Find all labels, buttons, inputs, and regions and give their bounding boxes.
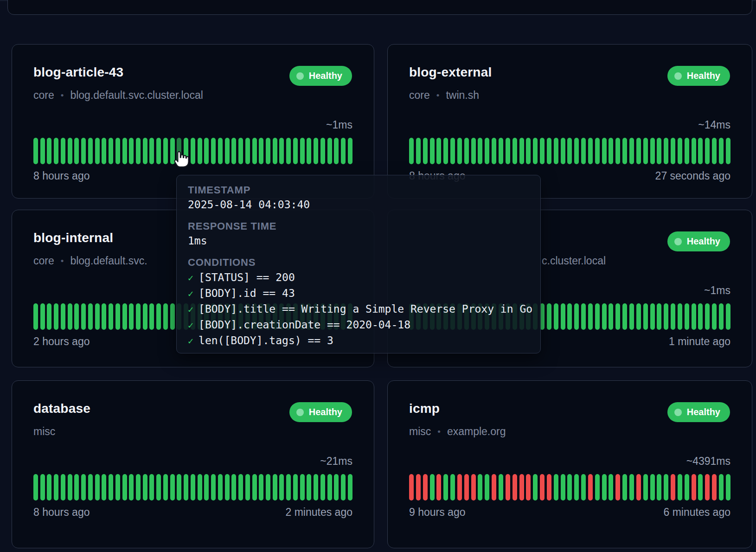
history-bar[interactable] [156,474,161,501]
history-bar[interactable] [300,474,305,501]
history-bar[interactable] [636,303,641,330]
history-bar[interactable] [436,138,441,164]
history-bar[interactable] [567,474,572,501]
history-bar[interactable] [191,474,195,501]
history-bar[interactable] [95,474,100,501]
history-bar[interactable] [629,303,634,330]
history-bar[interactable] [231,474,236,501]
history-bar[interactable] [692,474,696,501]
history-bar[interactable] [615,474,620,501]
history-bar[interactable] [650,138,655,164]
history-bar[interactable] [293,138,298,164]
history-bar[interactable] [719,303,724,330]
history-bar[interactable] [204,138,209,164]
history-bar[interactable] [252,474,257,501]
endpoint-card-icmp[interactable]: icmp misc • example.org Healthy ~4391ms … [387,380,752,548]
history-bar[interactable] [705,474,710,501]
history-bar[interactable] [327,138,332,164]
history-bar[interactable] [136,138,141,164]
history-bar[interactable] [409,474,414,501]
history-bar[interactable] [650,303,655,330]
history-bar[interactable] [95,138,100,164]
history-bar[interactable] [238,474,243,501]
history-bar[interactable] [348,474,352,501]
history-bar[interactable] [705,138,710,164]
history-bar[interactable] [54,474,58,501]
history-bar[interactable] [609,303,613,330]
history-bar[interactable] [218,138,223,164]
history-bar[interactable] [692,138,696,164]
history-bar[interactable] [588,474,593,501]
history-bar[interactable] [726,138,730,164]
history-bar[interactable] [726,474,730,501]
history-bar[interactable] [602,303,607,330]
history-bar[interactable] [143,303,147,330]
history-bar[interactable] [464,138,469,164]
history-bar[interactable] [314,474,318,501]
history-bar[interactable] [506,138,510,164]
history-bar[interactable] [443,474,448,501]
history-bar[interactable] [122,138,127,164]
history-bar[interactable] [499,474,503,501]
history-bar[interactable] [615,138,620,164]
history-bar[interactable] [102,474,106,501]
history-bar[interactable] [252,138,257,164]
history-bar[interactable] [457,138,462,164]
history-bar[interactable] [622,474,627,501]
history-bar[interactable] [450,474,455,501]
history-bar[interactable] [685,474,689,501]
history-bar[interactable] [273,138,277,164]
history-bar[interactable] [163,303,168,330]
history-bar[interactable] [170,303,175,330]
history-bar[interactable] [678,303,682,330]
history-bar[interactable] [122,474,127,501]
history-bar[interactable] [485,474,489,501]
history-bar[interactable] [636,138,641,164]
history-bar[interactable] [266,474,270,501]
history-bar[interactable] [33,474,38,501]
history-bar[interactable] [47,474,51,501]
history-bar[interactable] [657,303,661,330]
history-bar[interactable] [81,138,86,164]
history-bar[interactable] [450,138,455,164]
history-bar[interactable] [574,303,579,330]
history-bar[interactable] [47,138,51,164]
history-bar[interactable] [61,474,65,501]
history-bar[interactable] [471,138,476,164]
history-bar[interactable] [40,474,45,501]
history-bar[interactable] [88,138,93,164]
history-bar[interactable] [163,138,168,164]
history-bar[interactable] [678,138,682,164]
history-bar[interactable] [423,474,428,501]
history-bar[interactable] [554,303,558,330]
history-bar[interactable] [266,138,270,164]
history-bar[interactable] [513,138,517,164]
history-bar[interactable] [81,474,86,501]
history-bar[interactable] [685,138,689,164]
history-bar[interactable] [561,303,565,330]
history-bar[interactable] [136,474,141,501]
history-bar[interactable] [436,474,441,501]
history-bar[interactable] [68,303,72,330]
history-bar[interactable] [595,474,600,501]
history-bar[interactable] [712,474,717,501]
history-bar[interactable] [664,303,668,330]
history-bar[interactable] [88,474,93,501]
history-bar[interactable] [231,138,236,164]
history-bar[interactable] [471,474,476,501]
history-bar[interactable] [54,303,58,330]
endpoint-card-database[interactable]: database misc Healthy ~21ms 8 hours ago … [12,380,374,548]
history-bar[interactable] [115,474,120,501]
history-bar[interactable] [61,303,65,330]
history-bar[interactable] [726,303,730,330]
history-bar[interactable] [102,303,106,330]
history-bar[interactable] [245,474,250,501]
history-bar[interactable] [136,303,141,330]
history-bar[interactable] [581,474,586,501]
history-bar[interactable] [464,474,469,501]
history-bar[interactable] [327,474,332,501]
history-bar[interactable] [259,138,263,164]
history-bar[interactable] [341,474,346,501]
history-bar[interactable] [115,138,120,164]
history-bar[interactable] [526,474,531,501]
